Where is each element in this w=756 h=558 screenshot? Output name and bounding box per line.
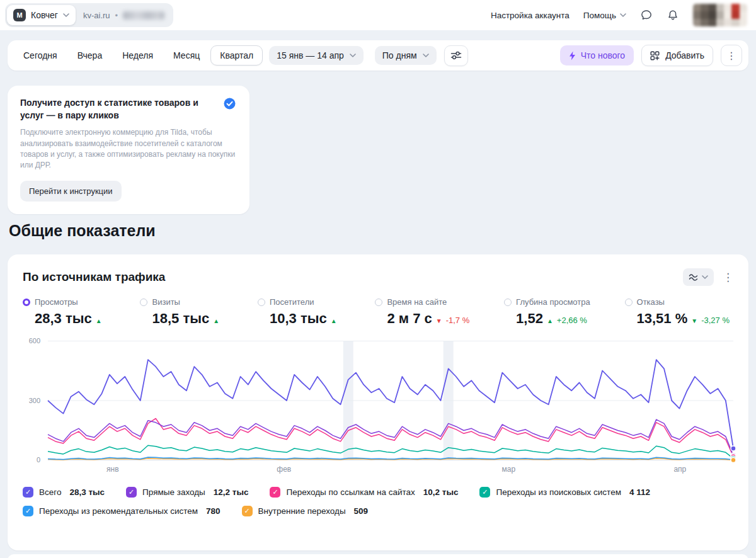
metric-bounce-rate[interactable]: Отказы 13,51 %▼-3,27 % xyxy=(625,297,730,327)
legend-item-internal[interactable]: ✓ Внутренние переходы 509 xyxy=(242,506,369,516)
metric-delta: -3,27 % xyxy=(701,316,730,325)
counter-switcher: М Ковчег kv-ai.ru • xyxy=(5,3,173,27)
x-tick: апр xyxy=(673,465,686,474)
trend-arrow-icon: ▼ xyxy=(436,317,442,324)
whats-new-button[interactable]: Что нового xyxy=(560,45,634,65)
checkbox-icon[interactable]: ✓ xyxy=(23,487,33,498)
radio-icon[interactable] xyxy=(625,299,633,306)
legend-item-total[interactable]: ✓ Всего 28,3 тыс xyxy=(23,487,105,498)
kebab-icon: ⋮ xyxy=(726,50,736,62)
metric-visits[interactable]: Визиты 18,5 тыс▲ xyxy=(140,297,223,327)
promo-cta-button[interactable]: Перейти к инструкции xyxy=(20,181,122,202)
promo-description: Подключите электронную коммерцию для Til… xyxy=(20,127,237,171)
traffic-line-chart[interactable]: 600 300 0 янвфевмарапр xyxy=(23,341,733,475)
period-tab-today[interactable]: Сегодня xyxy=(14,45,67,65)
counter-name: Ковчег xyxy=(31,10,58,20)
metric-label: Посетители xyxy=(270,297,314,307)
widget-more-button[interactable]: ⋮ xyxy=(723,271,733,284)
legend-label: Всего xyxy=(39,487,61,497)
checkbox-icon[interactable]: ✓ xyxy=(23,506,33,516)
radio-icon[interactable] xyxy=(258,299,265,306)
metric-value: 10,3 тыс xyxy=(270,310,327,327)
legend-item-direct[interactable]: ✓ Прямые заходы 12,2 тыс xyxy=(126,487,248,498)
x-tick: фев xyxy=(277,465,291,474)
metric-value: 13,51 % xyxy=(637,310,688,327)
legend-value: 12,2 тыс xyxy=(214,487,249,497)
radio-icon[interactable] xyxy=(23,299,30,306)
date-range-picker[interactable]: 15 янв — 14 апр xyxy=(269,46,364,65)
site-domain[interactable]: kv-ai.ru xyxy=(83,11,110,20)
next-widget-partial xyxy=(8,554,748,558)
chevron-down-icon xyxy=(423,54,429,58)
metric-time-on-site[interactable]: Время на сайте 2 м 7 с▼-1,7 % xyxy=(375,297,469,327)
traffic-sources-widget: По источникам трафика ⋮ Просмотры 28,3 т… xyxy=(8,254,748,550)
counter-site-info: kv-ai.ru • xyxy=(83,11,164,20)
metric-delta: +2,66 % xyxy=(557,316,587,325)
filters-button[interactable] xyxy=(444,45,468,66)
metric-label: Просмотры xyxy=(35,297,78,307)
help-menu[interactable]: Помощь xyxy=(583,11,626,20)
account-settings-link[interactable]: Настройка аккаунта xyxy=(491,11,570,20)
trend-arrow-icon: ▼ xyxy=(691,317,697,324)
checkbox-icon[interactable]: ✓ xyxy=(270,487,280,498)
legend-item-recommendations[interactable]: ✓ Переходы из рекомендательных систем 78… xyxy=(23,506,220,516)
radio-icon[interactable] xyxy=(140,299,147,306)
legend-value: 780 xyxy=(206,506,220,516)
legend-value: 509 xyxy=(354,506,369,516)
legend-value: 10,2 тыс xyxy=(423,487,459,497)
sliders-icon xyxy=(450,51,462,60)
y-tick: 0 xyxy=(37,456,40,464)
trend-arrow-icon: ▲ xyxy=(213,317,219,324)
waves-icon xyxy=(689,273,698,282)
chart-canvas[interactable] xyxy=(48,341,733,460)
grouping-value: По дням xyxy=(382,50,417,60)
period-tab-quarter[interactable]: Квартал xyxy=(210,45,263,65)
x-tick: янв xyxy=(106,465,119,474)
chevron-down-icon xyxy=(620,13,626,18)
redacted-counter-id xyxy=(123,11,164,20)
metric-label: Отказы xyxy=(637,297,665,307)
chat-icon[interactable] xyxy=(640,9,653,21)
trend-arrow-icon: ▲ xyxy=(96,317,102,324)
checkbox-icon[interactable]: ✓ xyxy=(479,487,490,498)
metric-value: 18,5 тыс xyxy=(152,310,209,327)
date-range-value: 15 янв — 14 апр xyxy=(277,50,344,60)
chart-type-button[interactable] xyxy=(683,268,714,286)
topbar: М Ковчег kv-ai.ru • Настройка аккаунта П… xyxy=(0,0,756,30)
counter-selector[interactable]: М Ковчег xyxy=(7,5,76,25)
legend-item-site-links[interactable]: ✓ Переходы по ссылкам на сайтах 10,2 тыс xyxy=(270,487,458,498)
legend-label: Внутренние переходы xyxy=(258,506,346,516)
chevron-down-icon xyxy=(702,275,708,280)
metric-value: 1,52 xyxy=(516,310,543,327)
metric-value: 2 м 7 с xyxy=(387,310,432,327)
radio-icon[interactable] xyxy=(375,299,382,306)
x-tick: мар xyxy=(502,465,516,474)
trend-arrow-icon: ▲ xyxy=(331,317,337,324)
checkbox-icon[interactable]: ✓ xyxy=(242,506,253,516)
legend-value: 28,3 тыс xyxy=(69,487,105,497)
metric-label: Время на сайте xyxy=(387,297,447,307)
add-widget-button[interactable]: Добавить xyxy=(641,45,713,66)
chevron-down-icon xyxy=(63,13,69,18)
metric-value: 28,3 тыс xyxy=(35,310,92,327)
toolbar-more-button[interactable]: ⋮ xyxy=(721,45,742,66)
legend-item-search[interactable]: ✓ Переходы из поисковых систем 4 112 xyxy=(479,487,650,498)
lightning-icon xyxy=(569,51,576,60)
checkbox-icon[interactable]: ✓ xyxy=(126,487,137,498)
metric-depth[interactable]: Глубина просмотра 1,52▲+2,66 % xyxy=(504,297,590,327)
x-axis: янвфевмарапр xyxy=(48,460,733,475)
metric-pageviews[interactable]: Просмотры 28,3 тыс▲ xyxy=(23,297,106,327)
avatar[interactable] xyxy=(693,4,747,26)
period-tab-month[interactable]: Месяц xyxy=(164,45,209,65)
bell-icon[interactable] xyxy=(667,9,679,21)
period-tab-week[interactable]: Неделя xyxy=(113,45,163,65)
metric-visitors[interactable]: Посетители 10,3 тыс▲ xyxy=(258,297,341,327)
grouping-select[interactable]: По дням xyxy=(375,46,437,65)
legend-label: Переходы из поисковых систем xyxy=(496,487,621,497)
period-tab-yesterday[interactable]: Вчера xyxy=(68,45,112,65)
radio-icon[interactable] xyxy=(504,299,512,306)
page-section-title: Общие показатели xyxy=(9,222,156,240)
metric-delta: -1,7 % xyxy=(446,316,470,325)
widget-title: По источникам трафика xyxy=(23,270,165,284)
metric-label: Глубина просмотра xyxy=(516,297,590,307)
